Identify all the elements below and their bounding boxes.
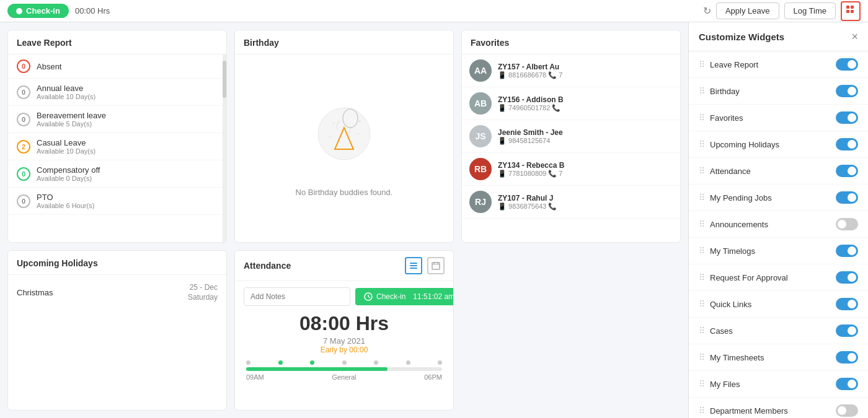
widget-label: Birthday <box>710 87 740 96</box>
checkin-button[interactable]: Check-in <box>7 4 69 18</box>
widget-row: ⠿ Favorites <box>689 105 868 131</box>
widget-toggle[interactable] <box>836 85 858 97</box>
favorite-item[interactable]: RB ZY134 - Rebecca B 📱 7781080809 📞 7 <box>462 153 680 186</box>
svg-point-10 <box>329 136 331 137</box>
fav-name: ZY157 - Albert Au <box>498 63 673 71</box>
leave-info: Compensatory off Available 0 Day(s) <box>37 165 214 182</box>
widget-toggle[interactable] <box>836 271 858 284</box>
widget-toggle[interactable] <box>836 351 858 364</box>
drag-handle-icon[interactable]: ⠿ <box>699 326 705 336</box>
drag-handle-icon[interactable]: ⠿ <box>699 406 705 416</box>
leave-badge: 0 <box>17 85 30 99</box>
widget-row: ⠿ Leave Report <box>689 51 868 78</box>
widget-toggle[interactable] <box>836 404 858 417</box>
apply-leave-button[interactable]: Apply Leave <box>716 2 779 19</box>
panel-header: Customize Widgets × <box>689 22 868 51</box>
widget-row: ⠿ My Files <box>689 371 868 398</box>
checkin-green-button[interactable]: Check-in 11:51:02 am <box>355 288 454 305</box>
leave-item: 0 Absent <box>8 54 223 79</box>
timeline-dots <box>246 360 442 365</box>
widget-toggle[interactable] <box>836 191 858 204</box>
drag-handle-icon[interactable]: ⠿ <box>699 299 705 309</box>
favorite-item[interactable]: JS Jeenie Smith - Jee 📱 98458125674 <box>462 120 680 153</box>
widget-row: ⠿ Announcements <box>689 211 868 238</box>
timeline-dot <box>310 360 314 365</box>
birthday-title: Birthday <box>235 30 453 54</box>
widget-toggle[interactable] <box>836 165 858 177</box>
fav-avatar: RB <box>469 158 492 180</box>
timeline-bar <box>246 367 442 371</box>
leave-badge: 0 <box>17 113 30 126</box>
holidays-title: Upcoming Holidays <box>8 251 226 275</box>
leave-scrollbar[interactable] <box>223 54 226 242</box>
grid-icon <box>846 5 856 15</box>
widget-toggle[interactable] <box>836 245 858 257</box>
leave-info: Annual leave Available 10 Day(s) <box>37 84 214 100</box>
timeline-end: 06PM <box>424 373 442 381</box>
fav-name: ZY107 - Rahul J <box>498 194 673 202</box>
widget-toggle[interactable] <box>836 378 858 390</box>
checkin-green-label: Check-in <box>376 292 405 301</box>
close-panel-button[interactable]: × <box>851 31 858 42</box>
leave-badge: 0 <box>17 194 30 208</box>
widget-label: My Files <box>710 380 740 389</box>
clock-icon <box>364 292 373 301</box>
drag-handle-icon[interactable]: ⠿ <box>699 352 705 362</box>
leave-name: PTO <box>37 193 214 202</box>
fav-phone: 📱 9836875643 📞 <box>498 202 673 211</box>
drag-handle-icon[interactable]: ⠿ <box>699 246 705 256</box>
drag-handle-icon[interactable]: ⠿ <box>699 113 705 123</box>
fav-info: ZY156 - Addison B 📱 74960501782 📞 <box>498 95 673 112</box>
customize-widgets-button[interactable] <box>841 1 861 21</box>
leave-badge: 0 <box>17 167 30 181</box>
widget-label: Announcements <box>710 220 768 229</box>
widget-toggle[interactable] <box>836 111 858 124</box>
widget-label: My Timelogs <box>710 246 755 256</box>
drag-handle-icon[interactable]: ⠿ <box>699 59 705 69</box>
add-notes-input[interactable] <box>244 287 350 306</box>
svg-point-11 <box>358 133 360 134</box>
widget-toggle[interactable] <box>836 58 858 71</box>
checkin-dot <box>16 8 22 14</box>
svg-rect-0 <box>846 6 849 9</box>
leave-item: 2 Casual Leave Available 10 Day(s) <box>8 133 223 160</box>
drag-handle-icon[interactable]: ⠿ <box>699 86 705 96</box>
widget-row: ⠿ Birthday <box>689 78 868 105</box>
widget-toggle[interactable] <box>836 218 858 230</box>
drag-handle-icon[interactable]: ⠿ <box>699 193 705 202</box>
drag-handle-icon[interactable]: ⠿ <box>699 272 705 282</box>
widget-label-area: ⠿ Request For Approval <box>699 272 788 282</box>
favorite-item[interactable]: AB ZY156 - Addison B 📱 74960501782 📞 <box>462 87 680 120</box>
widget-toggle[interactable] <box>836 138 858 150</box>
widget-row: ⠿ Upcoming Holidays <box>689 131 868 158</box>
leave-item: 0 PTO Available 6 Hour(s) <box>8 188 223 215</box>
drag-handle-icon[interactable]: ⠿ <box>699 166 705 176</box>
timeline-container: 09AM General 06PM <box>244 360 445 381</box>
drag-handle-icon[interactable]: ⠿ <box>699 219 705 229</box>
widget-row: ⠿ My Pending Jobs <box>689 185 868 211</box>
favorite-item[interactable]: AA ZY157 - Albert Au 📱 8816686678 📞 7 <box>462 54 680 87</box>
leave-badge: 0 <box>17 59 30 73</box>
fav-avatar: AA <box>469 59 492 82</box>
attendance-title: Attendance <box>244 261 291 271</box>
attendance-list-icon[interactable] <box>405 257 422 274</box>
svg-rect-16 <box>432 263 440 269</box>
widget-label: Request For Approval <box>710 273 788 282</box>
timeline-dot <box>406 360 410 365</box>
favorites-title: Favorites <box>462 30 680 54</box>
birthday-illustration <box>304 100 384 180</box>
widget-toggle[interactable] <box>836 298 858 310</box>
add-notes-row: Check-in 11:51:02 am <box>244 287 445 306</box>
favorite-item[interactable]: RJ ZY107 - Rahul J 📱 9836875643 📞 <box>462 186 680 219</box>
checkin-label: Check-in <box>26 6 60 15</box>
log-time-button[interactable]: Log Time <box>784 2 836 19</box>
fav-info: Jeenie Smith - Jee 📱 98458125674 <box>498 128 673 145</box>
drag-handle-icon[interactable]: ⠿ <box>699 379 705 389</box>
attendance-calendar-icon[interactable] <box>427 257 445 274</box>
refresh-button[interactable]: ↻ <box>703 5 711 17</box>
widget-toggle[interactable] <box>836 324 858 337</box>
widget-row: ⠿ Request For Approval <box>689 264 868 291</box>
drag-handle-icon[interactable]: ⠿ <box>699 139 705 149</box>
favorites-list: AA ZY157 - Albert Au 📱 8816686678 📞 7 AB… <box>462 54 680 219</box>
attendance-card: Attendance <box>234 250 454 411</box>
